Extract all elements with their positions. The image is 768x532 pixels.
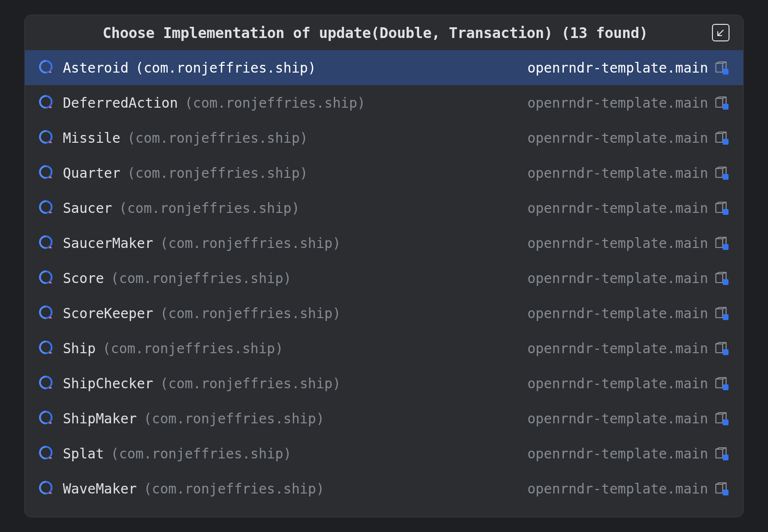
list-item[interactable]: ShipChecker(com.ronjeffries.ship)openrnd… bbox=[25, 366, 743, 401]
kotlin-class-icon bbox=[38, 445, 55, 462]
svg-rect-9 bbox=[723, 209, 729, 215]
kotlin-class-icon bbox=[38, 305, 55, 322]
svg-rect-5 bbox=[723, 139, 729, 145]
module-name: openrndr-template.main bbox=[527, 481, 708, 497]
implementation-list: Asteroid(com.ronjeffries.ship)openrndr-t… bbox=[25, 50, 743, 517]
class-name: SaucerMaker bbox=[63, 235, 153, 251]
package-name: (com.ronjeffries.ship) bbox=[111, 270, 291, 286]
module-name: openrndr-template.main bbox=[527, 376, 708, 392]
svg-rect-11 bbox=[723, 244, 729, 250]
module-name: openrndr-template.main bbox=[527, 95, 708, 111]
package-name: (com.ronjeffries.ship) bbox=[160, 235, 341, 251]
module-folder-icon bbox=[714, 411, 730, 426]
resize-icon bbox=[716, 28, 725, 37]
class-name: ScoreKeeper bbox=[63, 305, 153, 322]
list-item[interactable]: WaveMaker(com.ronjeffries.ship)openrndr-… bbox=[25, 471, 743, 506]
list-item[interactable]: DeferredAction(com.ronjeffries.ship)open… bbox=[25, 85, 743, 120]
kotlin-class-icon bbox=[38, 410, 55, 427]
package-name: (com.ronjeffries.ship) bbox=[111, 446, 291, 462]
package-name: (com.ronjeffries.ship) bbox=[127, 165, 308, 181]
module-name: openrndr-template.main bbox=[527, 270, 708, 286]
module-folder-icon bbox=[714, 95, 730, 111]
list-item[interactable]: Asteroid(com.ronjeffries.ship)openrndr-t… bbox=[25, 50, 743, 85]
list-item[interactable]: Quarter(com.ronjeffries.ship)openrndr-te… bbox=[25, 155, 743, 190]
module-name: openrndr-template.main bbox=[527, 235, 708, 251]
module-name: openrndr-template.main bbox=[527, 200, 708, 216]
class-name: WaveMaker bbox=[63, 481, 137, 497]
svg-rect-13 bbox=[723, 279, 729, 285]
svg-rect-7 bbox=[723, 174, 729, 180]
package-name: (com.ronjeffries.ship) bbox=[144, 481, 325, 497]
module-folder-icon bbox=[714, 235, 730, 251]
popup-title: Choose Implementation of update(Double, … bbox=[38, 24, 712, 41]
kotlin-class-icon bbox=[38, 165, 55, 181]
popup-header: Choose Implementation of update(Double, … bbox=[25, 15, 743, 50]
module-folder-icon bbox=[714, 60, 730, 76]
class-name: Quarter bbox=[63, 165, 120, 181]
module-folder-icon bbox=[714, 481, 730, 496]
svg-rect-21 bbox=[723, 419, 729, 425]
package-name: (com.ronjeffries.ship) bbox=[119, 200, 300, 216]
svg-rect-19 bbox=[723, 384, 729, 390]
class-name: Ship bbox=[63, 341, 96, 357]
class-name: Splat bbox=[63, 446, 104, 462]
list-item[interactable]: Missile(com.ronjeffries.ship)openrndr-te… bbox=[25, 120, 743, 155]
svg-rect-15 bbox=[723, 314, 729, 320]
svg-rect-1 bbox=[723, 69, 729, 75]
kotlin-class-icon bbox=[38, 340, 55, 357]
kotlin-class-icon bbox=[38, 130, 55, 146]
module-name: openrndr-template.main bbox=[527, 165, 708, 181]
svg-rect-17 bbox=[723, 349, 729, 355]
module-name: openrndr-template.main bbox=[527, 411, 708, 427]
module-folder-icon bbox=[714, 341, 730, 356]
class-name: ShipMaker bbox=[63, 411, 137, 427]
list-item[interactable]: SaucerMaker(com.ronjeffries.ship)openrnd… bbox=[25, 226, 743, 261]
resize-button[interactable] bbox=[712, 24, 730, 41]
module-folder-icon bbox=[714, 446, 730, 461]
svg-rect-23 bbox=[723, 455, 729, 460]
kotlin-class-icon bbox=[38, 59, 55, 76]
kotlin-class-icon bbox=[38, 235, 55, 251]
module-folder-icon bbox=[714, 200, 730, 216]
class-name: Asteroid bbox=[63, 60, 129, 76]
list-item[interactable]: ShipMaker(com.ronjeffries.ship)openrndr-… bbox=[25, 401, 743, 436]
svg-rect-3 bbox=[723, 104, 729, 110]
svg-rect-25 bbox=[723, 490, 729, 495]
kotlin-class-icon bbox=[38, 375, 55, 392]
module-folder-icon bbox=[714, 130, 730, 146]
list-item[interactable]: Splat(com.ronjeffries.ship)openrndr-temp… bbox=[25, 436, 743, 471]
module-folder-icon bbox=[714, 376, 730, 391]
list-item[interactable]: Score(com.ronjeffries.ship)openrndr-temp… bbox=[25, 261, 743, 296]
kotlin-class-icon bbox=[38, 95, 55, 111]
list-item[interactable]: ScoreKeeper(com.ronjeffries.ship)openrnd… bbox=[25, 296, 743, 331]
module-name: openrndr-template.main bbox=[527, 305, 708, 322]
module-name: openrndr-template.main bbox=[527, 341, 708, 357]
class-name: Missile bbox=[63, 130, 120, 146]
class-name: Score bbox=[63, 270, 104, 286]
package-name: (com.ronjeffries.ship) bbox=[135, 60, 316, 76]
kotlin-class-icon bbox=[38, 480, 55, 497]
kotlin-class-icon bbox=[38, 270, 55, 286]
package-name: (com.ronjeffries.ship) bbox=[160, 376, 341, 392]
list-item[interactable]: Ship(com.ronjeffries.ship)openrndr-templ… bbox=[25, 331, 743, 366]
module-folder-icon bbox=[714, 305, 730, 321]
module-folder-icon bbox=[714, 270, 730, 286]
list-item[interactable]: Saucer(com.ronjeffries.ship)openrndr-tem… bbox=[25, 190, 743, 226]
package-name: (com.ronjeffries.ship) bbox=[127, 130, 308, 146]
implementation-chooser-popup: Choose Implementation of update(Double, … bbox=[24, 15, 744, 517]
module-name: openrndr-template.main bbox=[527, 60, 708, 76]
module-name: openrndr-template.main bbox=[527, 130, 708, 146]
package-name: (com.ronjeffries.ship) bbox=[144, 411, 325, 427]
class-name: ShipChecker bbox=[63, 376, 153, 392]
module-folder-icon bbox=[714, 165, 730, 181]
module-name: openrndr-template.main bbox=[527, 446, 708, 462]
package-name: (com.ronjeffries.ship) bbox=[102, 341, 283, 357]
package-name: (com.ronjeffries.ship) bbox=[185, 95, 365, 111]
class-name: Saucer bbox=[63, 200, 112, 216]
class-name: DeferredAction bbox=[63, 95, 178, 111]
package-name: (com.ronjeffries.ship) bbox=[160, 305, 341, 322]
kotlin-class-icon bbox=[38, 200, 55, 216]
